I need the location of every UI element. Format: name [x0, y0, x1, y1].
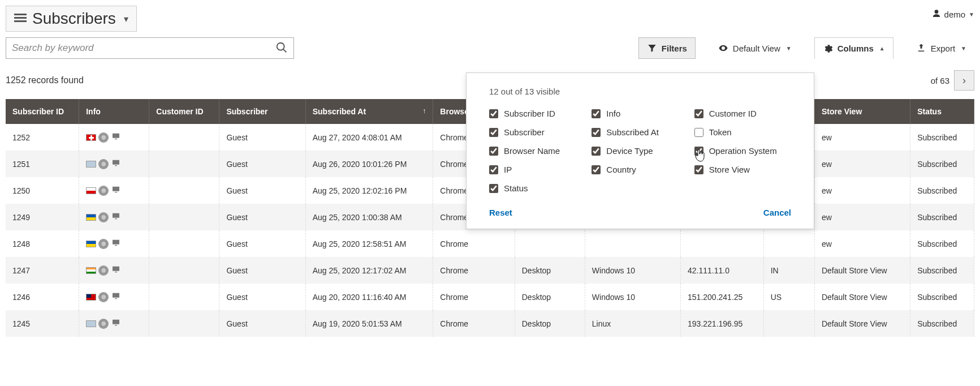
cell-device: Desktop — [515, 284, 585, 310]
table-row[interactable]: 1248⊚GuestAug 25, 2020 12:58:51 AMChrome… — [6, 230, 974, 257]
browser-icon: ⊚ — [98, 319, 109, 329]
cell-country — [763, 310, 814, 337]
column-option[interactable]: Token — [694, 127, 791, 137]
columns-reset-button[interactable]: Reset — [489, 208, 512, 217]
column-option[interactable]: Operation System — [694, 146, 791, 156]
column-option[interactable]: Status — [489, 183, 586, 193]
columns-cancel-button[interactable]: Cancel — [763, 208, 791, 217]
cell-subscriber-id: 1249 — [6, 204, 79, 230]
default-view-button[interactable]: Default View ▼ — [710, 37, 800, 59]
table-row[interactable]: 1246⊚GuestAug 20, 2020 11:16:40 AMChrome… — [6, 284, 974, 310]
cell-ip — [681, 230, 764, 257]
filters-button[interactable]: Filters — [638, 37, 696, 59]
monitor-icon — [111, 291, 121, 302]
filters-label: Filters — [662, 44, 687, 53]
pager-of-label: of 63 — [931, 76, 949, 85]
search-input[interactable] — [12, 42, 275, 54]
column-option[interactable]: IP — [489, 165, 586, 174]
table-row[interactable]: 1247⊚GuestAug 25, 2020 12:17:02 AMChrome… — [6, 257, 974, 284]
monitor-icon — [111, 132, 121, 143]
export-button[interactable]: Export ▼ — [908, 37, 974, 59]
column-option-checkbox[interactable] — [592, 128, 601, 137]
column-option[interactable]: Subscribed At — [592, 127, 688, 137]
column-option[interactable]: Store View — [694, 165, 791, 174]
column-option-checkbox[interactable] — [489, 184, 498, 193]
column-option-label: Browser Name — [504, 146, 560, 156]
cell-country: IN — [763, 257, 814, 284]
column-option[interactable]: Country — [592, 165, 688, 174]
browser-icon: ⊚ — [98, 132, 109, 143]
cell-browser: Chrome — [433, 284, 515, 310]
th-info[interactable]: Info — [79, 99, 149, 124]
th-status[interactable]: Status — [910, 99, 974, 124]
column-option-checkbox[interactable] — [694, 147, 703, 156]
th-store-view[interactable]: Store View — [814, 99, 910, 124]
cell-ip: 42.111.11.0 — [681, 257, 764, 284]
cell-status: Subscribed — [910, 124, 974, 151]
monitor-icon — [111, 158, 121, 169]
search-icon[interactable] — [275, 41, 288, 55]
cell-info: ⊚ — [79, 151, 149, 177]
cell-store-view: ew — [814, 230, 910, 257]
flag-icon — [86, 134, 96, 141]
column-option[interactable]: Customer ID — [694, 109, 791, 118]
column-option-checkbox[interactable] — [694, 128, 703, 137]
column-option-label: Customer ID — [709, 109, 757, 118]
cell-subscriber-id: 1247 — [6, 257, 79, 284]
cell-store-view: Default Store View — [814, 257, 910, 284]
column-option-label: Store View — [709, 165, 750, 174]
column-option-checkbox[interactable] — [489, 165, 498, 174]
column-option-checkbox[interactable] — [489, 128, 498, 137]
page-title-dropdown[interactable]: Subscribers ▾ — [6, 6, 137, 32]
column-option-checkbox[interactable] — [592, 165, 601, 174]
cell-subscriber: Guest — [219, 204, 305, 230]
chevron-down-icon: ▼ — [786, 45, 792, 52]
pager-next-button[interactable]: › — [954, 70, 974, 91]
column-option-checkbox[interactable] — [489, 147, 498, 156]
th-customer-id[interactable]: Customer ID — [149, 99, 219, 124]
column-option-label: Subscriber — [504, 127, 545, 137]
cell-status: Subscribed — [910, 177, 974, 204]
column-option-checkbox[interactable] — [592, 109, 601, 118]
th-subscriber-id[interactable]: Subscriber ID — [6, 99, 79, 124]
column-option[interactable]: Subscriber — [489, 127, 586, 137]
column-option-checkbox[interactable] — [489, 109, 498, 118]
table-row[interactable]: 1245⊚GuestAug 19, 2020 5:01:53 AMChromeD… — [6, 310, 974, 337]
cell-info: ⊚ — [79, 124, 149, 151]
chevron-down-icon: ▼ — [961, 45, 966, 52]
cell-customer-id — [149, 257, 219, 284]
column-option[interactable]: Browser Name — [489, 146, 586, 156]
column-option-checkbox[interactable] — [694, 165, 703, 174]
columns-button[interactable]: Columns ▲ — [814, 37, 893, 59]
browser-icon: ⊚ — [98, 159, 109, 169]
pagination: of 63 › — [931, 70, 974, 91]
column-option[interactable]: Info — [592, 109, 688, 118]
cell-subscriber: Guest — [219, 284, 305, 310]
cell-browser: Chrome — [433, 230, 515, 257]
user-account-menu[interactable]: demo ▼ — [932, 6, 974, 20]
cell-subscriber-id: 1246 — [6, 284, 79, 310]
column-option-checkbox[interactable] — [694, 109, 703, 118]
column-option-label: IP — [504, 165, 512, 174]
chevron-down-icon: ▼ — [969, 11, 974, 18]
cell-info: ⊚ — [79, 204, 149, 230]
th-subscribed-at[interactable]: Subscribed At↑ — [305, 99, 433, 124]
flag-icon — [86, 320, 96, 327]
cell-status: Subscribed — [910, 230, 974, 257]
column-option-checkbox[interactable] — [592, 147, 601, 156]
column-option[interactable]: Device Type — [592, 146, 688, 156]
browser-icon: ⊚ — [98, 212, 109, 222]
monitor-icon — [111, 238, 121, 249]
cell-subscribed-at: Aug 25, 2020 12:58:51 AM — [305, 230, 433, 257]
browser-icon: ⊚ — [98, 265, 109, 276]
th-subscriber[interactable]: Subscriber — [219, 99, 305, 124]
chevron-right-icon: › — [962, 75, 966, 87]
cell-subscriber: Guest — [219, 151, 305, 177]
column-option[interactable]: Subscriber ID — [489, 109, 586, 118]
search-box — [6, 37, 294, 59]
cell-subscriber-id: 1245 — [6, 310, 79, 337]
cell-ip: 151.200.241.25 — [681, 284, 764, 310]
column-option-label: Subscribed At — [606, 127, 659, 137]
cell-store-view: Default Store View — [814, 284, 910, 310]
cell-customer-id — [149, 230, 219, 257]
